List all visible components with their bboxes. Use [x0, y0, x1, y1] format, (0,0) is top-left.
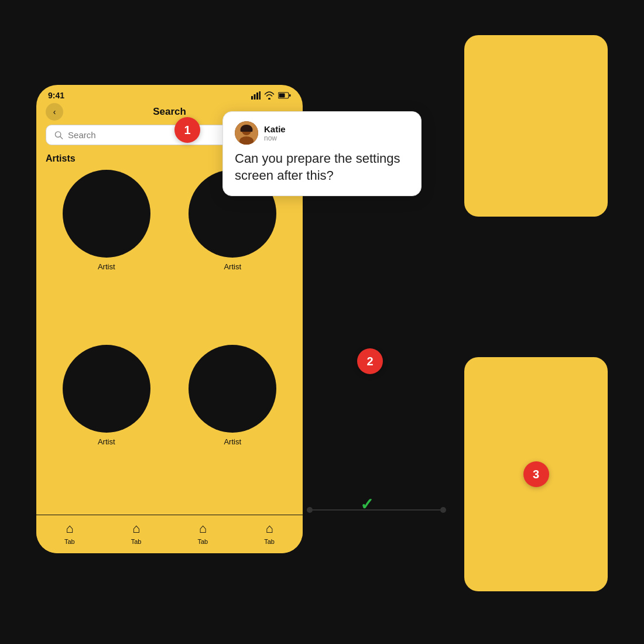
- notification-meta: Katie now: [264, 124, 286, 142]
- tab-label-3: Tab: [198, 538, 208, 545]
- flow-checkmark: ✓: [360, 495, 374, 514]
- battery-icon: [278, 92, 291, 99]
- artist-label-2: Artist: [224, 262, 241, 271]
- tab-bar: ⌂ Tab ⌂ Tab ⌂ Tab ⌂ Tab: [36, 515, 303, 553]
- notification-avatar: [235, 121, 258, 145]
- right-panel-bottom: 3: [464, 357, 608, 591]
- status-icons: [251, 91, 291, 100]
- svg-rect-3: [259, 91, 261, 100]
- tab-item-3[interactable]: ⌂ Tab: [198, 521, 208, 545]
- tab-item-4[interactable]: ⌂ Tab: [264, 521, 275, 545]
- svg-rect-1: [254, 94, 256, 100]
- home-icon-4: ⌂: [265, 521, 273, 536]
- tab-label-1: Tab: [64, 538, 75, 545]
- nav-title: Search: [153, 106, 186, 118]
- status-bar: 9:41: [36, 85, 303, 102]
- home-icon-3: ⌂: [199, 521, 207, 536]
- notification-message: Can you prepare the settings screen afte…: [235, 150, 409, 184]
- artist-cell-3: Artist: [46, 345, 167, 515]
- flow-connector-line: [309, 509, 443, 511]
- tab-item-2[interactable]: ⌂ Tab: [131, 521, 142, 545]
- search-icon: [54, 131, 63, 140]
- svg-rect-5: [279, 94, 285, 98]
- wifi-icon: [264, 91, 275, 100]
- home-icon-1: ⌂: [66, 521, 73, 536]
- signal-icon: [251, 91, 261, 100]
- step-badge-2: 2: [357, 348, 383, 374]
- notification-popup: Katie now Can you prepare the settings s…: [222, 111, 422, 196]
- svg-line-8: [60, 136, 63, 139]
- home-icon-2: ⌂: [132, 521, 140, 536]
- tab-item-1[interactable]: ⌂ Tab: [64, 521, 75, 545]
- artist-image-4: [189, 345, 276, 433]
- artist-label-1: Artist: [98, 262, 115, 271]
- right-panel-top: [464, 35, 608, 217]
- notification-header: Katie now: [235, 121, 409, 145]
- artists-grid: Artist Artist Artist Artist: [36, 170, 303, 515]
- avatar-image: [235, 121, 258, 145]
- svg-rect-2: [256, 93, 258, 100]
- svg-rect-6: [289, 94, 291, 97]
- flow-dot-left: [307, 507, 313, 513]
- status-time: 9:41: [48, 91, 64, 100]
- flow-dot-right: [440, 507, 446, 513]
- svg-rect-0: [251, 96, 253, 100]
- artist-image-3: [63, 345, 150, 433]
- artist-label-4: Artist: [224, 437, 241, 446]
- back-button[interactable]: ‹: [46, 103, 63, 121]
- artist-cell-4: Artist: [172, 345, 294, 515]
- artist-label-3: Artist: [98, 437, 115, 446]
- tab-label-2: Tab: [131, 538, 142, 545]
- tab-label-4: Tab: [264, 538, 275, 545]
- notification-time: now: [264, 134, 286, 142]
- artist-cell-1: Artist: [46, 170, 167, 340]
- step-badge-1: 1: [174, 117, 200, 143]
- artist-image-1: [63, 170, 150, 258]
- notification-name: Katie: [264, 124, 286, 134]
- step-badge-3: 3: [523, 461, 549, 487]
